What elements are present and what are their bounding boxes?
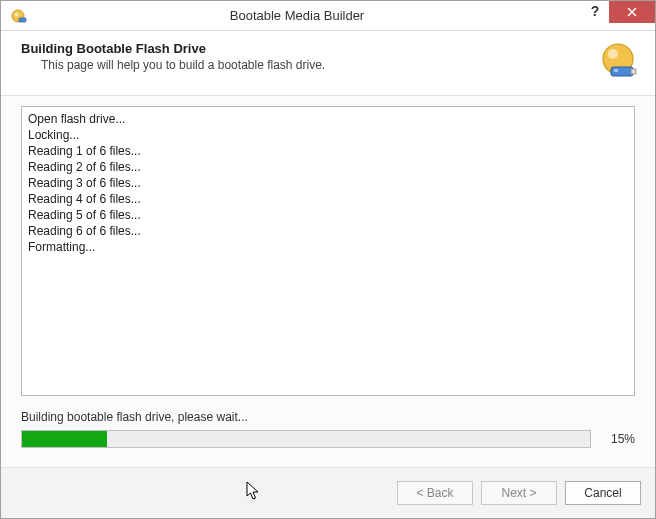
- wizard-footer: < Back Next > Cancel: [1, 468, 655, 518]
- log-line: Reading 1 of 6 files...: [28, 143, 628, 159]
- window-title: Bootable Media Builder: [29, 8, 565, 23]
- app-icon: [9, 6, 29, 26]
- help-button[interactable]: ?: [581, 1, 609, 23]
- svg-rect-2: [19, 18, 26, 22]
- wizard-window: Bootable Media Builder ? Building Bootab…: [0, 0, 656, 519]
- close-icon: [627, 7, 637, 17]
- progress-bar: [21, 430, 591, 448]
- back-button[interactable]: < Back: [397, 481, 473, 505]
- svg-point-6: [608, 49, 618, 59]
- svg-point-1: [15, 12, 19, 16]
- page-header: Building Bootable Flash Drive This page …: [1, 31, 655, 96]
- flash-drive-icon: [597, 41, 639, 83]
- page-title: Building Bootable Flash Drive: [21, 41, 597, 56]
- status-text: Building bootable flash drive, please wa…: [21, 410, 635, 424]
- log-line: Reading 2 of 6 files...: [28, 159, 628, 175]
- log-line: Reading 4 of 6 files...: [28, 191, 628, 207]
- progress-row: 15%: [21, 430, 635, 448]
- next-button[interactable]: Next >: [481, 481, 557, 505]
- log-line: Reading 6 of 6 files...: [28, 223, 628, 239]
- svg-rect-9: [614, 69, 618, 72]
- log-line: Formatting...: [28, 239, 628, 255]
- page-subtitle: This page will help you to build a boota…: [21, 58, 597, 72]
- log-line: Open flash drive...: [28, 111, 628, 127]
- progress-fill: [22, 431, 107, 447]
- log-line: Reading 3 of 6 files...: [28, 175, 628, 191]
- page-header-text: Building Bootable Flash Drive This page …: [21, 41, 597, 72]
- page-content: Open flash drive... Locking... Reading 1…: [1, 96, 655, 468]
- titlebar: Bootable Media Builder ?: [1, 1, 655, 31]
- log-line: Locking...: [28, 127, 628, 143]
- cancel-button[interactable]: Cancel: [565, 481, 641, 505]
- progress-percent: 15%: [601, 432, 635, 446]
- window-controls: ?: [581, 1, 655, 23]
- svg-rect-8: [631, 69, 636, 74]
- log-line: Reading 5 of 6 files...: [28, 207, 628, 223]
- log-output[interactable]: Open flash drive... Locking... Reading 1…: [21, 106, 635, 396]
- close-button[interactable]: [609, 1, 655, 23]
